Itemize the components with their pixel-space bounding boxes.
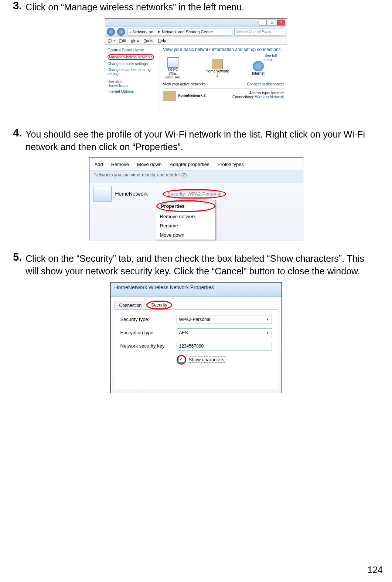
connection-line — [190, 68, 198, 68]
security-type-dropdown[interactable]: WPA2-Personal▼ — [177, 315, 272, 324]
menu-bar: File Edit View Tools Help — [105, 37, 287, 45]
minimize-button[interactable]: _ — [259, 20, 267, 26]
globe-icon — [253, 61, 264, 71]
remove-network-menu-item[interactable]: Remove network — [156, 212, 215, 221]
profile-types-button[interactable]: Profile types — [218, 162, 244, 167]
adapter-properties-button[interactable]: Adapter properties — [170, 162, 209, 167]
highlight-annotation: Manage wireless networks — [108, 54, 154, 60]
menu-tools[interactable]: Tools — [144, 38, 153, 43]
manage-wireless-link[interactable]: Manage wireless networks — [108, 54, 157, 60]
window-titlebar: _ ▢ x — [105, 18, 287, 27]
security-tag-highlight: Security: WPA2-Personal — [163, 189, 226, 199]
see-full-map-link[interactable]: See full map — [265, 54, 284, 62]
dialog-title: HomeNetwork Wireless Network Properties — [111, 282, 282, 297]
breadcrumb-item[interactable]: Network and Sharing Center — [162, 30, 213, 34]
search-input[interactable]: Search Control Panel — [234, 28, 285, 35]
node-label: TS-PC — [163, 68, 183, 72]
dropdown-value: AES — [179, 329, 188, 337]
list-header: Networks you can view, modify, and reord… — [89, 171, 303, 183]
tab-security[interactable]: Security — [146, 301, 172, 309]
show-characters-label[interactable]: Show characters — [188, 356, 226, 363]
move-down-button[interactable]: Move down — [137, 162, 161, 167]
encryption-type-label: Encryption type: — [120, 330, 172, 335]
internet-options-link[interactable]: Internet Options — [108, 89, 157, 94]
network-row[interactable]: HomeNetwork Security: WPA2-Personal Prop… — [89, 183, 303, 204]
encryption-type-dropdown[interactable]: AES▼ — [177, 328, 272, 337]
toolbar: Add Remove Move down Adapter properties … — [89, 158, 303, 171]
right-panel: View your basic network information and … — [160, 45, 287, 116]
chevron-down-icon: ▼ — [266, 315, 269, 324]
node-label: HomeNetwork 2 — [206, 69, 229, 77]
context-menu: Properties Remove network Rename Move do… — [156, 200, 216, 240]
change-adapter-link[interactable]: Change adapter settings — [108, 62, 157, 66]
input-value: 1234567890 — [179, 342, 204, 350]
network-key-label: Network security key — [120, 343, 172, 349]
network-icon — [163, 91, 176, 101]
step-number: 5. — [13, 251, 22, 263]
step-number: 3. — [13, 0, 22, 12]
node-label: Internet — [252, 71, 265, 75]
change-advanced-link[interactable]: Change advanced sharing settings — [108, 68, 157, 76]
security-type-label: Security type: — [120, 317, 172, 322]
tab-bar: Connection Security — [111, 297, 282, 309]
back-button[interactable] — [107, 28, 115, 36]
figure-properties-dialog: HomeNetwork Wireless Network Properties … — [110, 282, 282, 393]
figure-manage-wireless: Add Remove Move down Adapter properties … — [89, 158, 303, 240]
figure-network-sharing-center: _ ▢ x « Network an... ▸ Network and Shar… — [105, 18, 287, 116]
computer-icon — [167, 57, 178, 68]
step-text: Click on “Manage wireless networks” in t… — [25, 0, 244, 14]
network-name: HomeNetwork 2 — [178, 93, 206, 97]
access-type-label: Access type: — [249, 91, 270, 95]
see-also-label: See also — [108, 79, 157, 84]
highlight-annotation — [177, 355, 186, 365]
panel-title: View your basic network information and … — [163, 47, 284, 52]
add-button[interactable]: Add — [95, 162, 103, 167]
connections-label: Connections: — [232, 95, 254, 99]
forward-button[interactable] — [117, 28, 125, 36]
show-characters-checkbox[interactable] — [178, 357, 184, 363]
access-type-value: Internet — [271, 91, 284, 95]
internet-node: Internet — [252, 61, 265, 75]
network-map: TS-PC (This computer) HomeNetwork 2 Inte… — [163, 57, 265, 79]
chevron-right-icon: ▸ — [158, 29, 160, 34]
step-5: 5. Click on the “Security” tab, and then… — [13, 251, 379, 278]
rename-menu-item[interactable]: Rename — [156, 221, 215, 230]
chevron-down-icon: ▼ — [266, 329, 269, 337]
menu-edit[interactable]: Edit — [119, 38, 126, 43]
connection-line — [236, 68, 245, 68]
network-key-input[interactable]: 1234567890 — [177, 342, 272, 351]
pc-node: TS-PC (This computer) — [163, 57, 183, 79]
show-characters-row: Show characters — [177, 355, 272, 365]
step-text: You should see the profile of your Wi-Fi… — [25, 127, 379, 153]
network-name: HomeNetwork — [115, 191, 148, 197]
step-3: 3. Click on “Manage wireless networks” i… — [13, 0, 379, 14]
step-number: 4. — [13, 127, 22, 139]
left-panel: Control Panel Home Manage wireless netwo… — [105, 45, 160, 116]
router-icon — [212, 59, 223, 69]
network-icon — [93, 186, 112, 202]
tab-connection[interactable]: Connection — [115, 301, 147, 309]
dropdown-value: WPA2-Personal — [179, 315, 210, 324]
active-networks-label: View your active networks — [163, 82, 205, 86]
connections-value[interactable]: Wireless Network — [255, 95, 284, 99]
properties-menu-item[interactable]: Properties — [156, 200, 215, 212]
step-text: Click on the “Security” tab, and then ch… — [25, 251, 379, 278]
menu-file[interactable]: File — [108, 38, 115, 43]
network-entry[interactable]: HomeNetwork 2 — [163, 91, 206, 101]
breadcrumb[interactable]: « Network an... ▸ Network and Sharing Ce… — [127, 28, 232, 35]
menu-help[interactable]: Help — [158, 38, 166, 43]
move-down-menu-item[interactable]: Move down — [156, 230, 215, 240]
breadcrumb-item[interactable]: « Network an... — [129, 30, 157, 34]
homegroup-link[interactable]: HomeGroup — [108, 84, 157, 88]
page-number: 124 — [367, 565, 383, 575]
remove-button[interactable]: Remove — [111, 162, 129, 167]
tab-content: Security type: WPA2-Personal▼ Encryption… — [115, 309, 278, 389]
menu-view[interactable]: View — [131, 38, 140, 43]
connect-disconnect-link[interactable]: Connect or disconnect — [247, 82, 284, 86]
step-4: 4. You should see the profile of your Wi… — [13, 127, 379, 153]
address-bar: « Network an... ▸ Network and Sharing Ce… — [105, 27, 287, 37]
control-panel-home-link[interactable]: Control Panel Home — [108, 48, 157, 52]
node-sublabel: (This computer) — [163, 72, 183, 79]
maximize-button[interactable]: ▢ — [268, 20, 276, 26]
close-button[interactable]: x — [277, 20, 285, 26]
